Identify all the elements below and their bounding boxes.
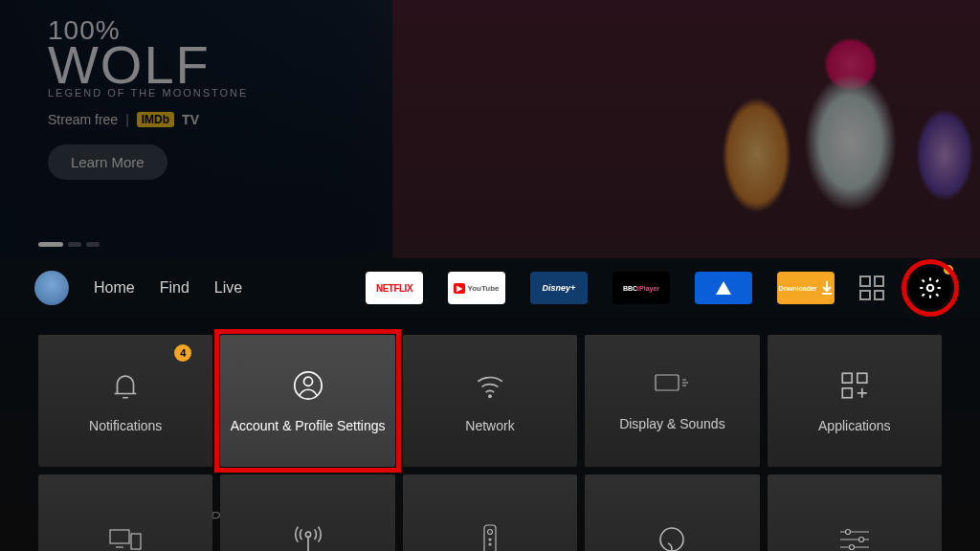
apps-icon — [838, 369, 871, 405]
nav-live[interactable]: Live — [214, 279, 242, 297]
app-disney[interactable]: Disney+ — [530, 272, 588, 304]
alexa-icon — [657, 524, 687, 552]
svg-rect-7 — [842, 387, 852, 397]
user-icon — [292, 369, 324, 405]
remote-icon — [480, 523, 500, 552]
tile-row2-5[interactable] — [768, 474, 942, 551]
tile-label: Network — [465, 418, 514, 433]
svg-rect-9 — [131, 534, 141, 549]
svg-point-16 — [845, 529, 850, 534]
svg-point-12 — [487, 529, 492, 534]
tile-label: Display & Sounds — [619, 416, 725, 431]
tile-row2-4[interactable] — [585, 474, 759, 551]
svg-rect-8 — [110, 530, 129, 543]
app-netflix[interactable]: NETFLIX — [366, 272, 423, 304]
profile-avatar[interactable] — [34, 271, 69, 305]
app-downloader[interactable]: Downloader — [777, 272, 835, 304]
gear-icon — [918, 276, 943, 300]
svg-point-13 — [489, 539, 491, 540]
app-paramount[interactable] — [695, 272, 752, 304]
learn-more-button[interactable]: Learn More — [48, 144, 167, 180]
app-bbc-iplayer[interactable]: BBCiPlayer — [612, 272, 670, 304]
notifications-count-badge: 4 — [174, 344, 191, 362]
svg-point-2 — [303, 377, 312, 386]
app-youtube[interactable]: ▶YouTube — [448, 272, 505, 304]
hero-stream-line: Stream free | IMDbTV — [48, 112, 248, 127]
apps-grid-icon[interactable] — [859, 276, 884, 300]
svg-point-3 — [489, 395, 491, 397]
tile-display-sounds[interactable]: Display & Sounds — [585, 335, 759, 467]
tile-label: Applications — [818, 418, 891, 433]
tile-row2-1[interactable] — [38, 474, 212, 551]
devices-icon — [108, 526, 143, 552]
svg-rect-5 — [842, 373, 852, 383]
svg-point-0 — [927, 285, 934, 292]
nav-find[interactable]: Find — [160, 279, 189, 297]
nav-home[interactable]: Home — [94, 279, 135, 297]
sliders-icon — [838, 526, 871, 552]
tile-applications[interactable]: Applications — [768, 335, 942, 467]
tile-label: Account & Profile Settings — [231, 418, 386, 433]
tile-label: Notifications — [89, 418, 162, 433]
svg-rect-6 — [858, 373, 867, 383]
hero-artwork — [392, 0, 980, 258]
svg-point-14 — [489, 543, 491, 545]
carousel-indicator[interactable] — [38, 242, 100, 247]
tile-row2-2[interactable] — [220, 474, 394, 551]
tile-row2-3[interactable] — [403, 474, 577, 551]
tile-account-profile[interactable]: Account & Profile Settings — [220, 335, 394, 467]
settings-notification-dot — [944, 265, 953, 275]
display-icon — [654, 371, 690, 403]
imdb-badge: IMDb — [137, 112, 174, 127]
top-nav: Home Find Live NETFLIX ▶YouTube Disney+ … — [0, 258, 980, 318]
wifi-icon — [474, 369, 506, 405]
hero-title-logo: 100% WOLF LEGEND OF THE MOONSTONE — [48, 19, 248, 99]
settings-gear-button[interactable] — [909, 267, 951, 309]
tile-notifications[interactable]: 4 Notifications — [38, 335, 212, 467]
antenna-icon — [293, 524, 323, 552]
settings-grid: 4 Notifications Account & Profile Settin… — [0, 318, 980, 551]
svg-point-18 — [849, 544, 854, 549]
svg-point-17 — [858, 537, 863, 541]
svg-point-10 — [305, 532, 310, 537]
tile-network[interactable]: Network — [403, 335, 577, 467]
bell-icon — [109, 369, 142, 405]
hero-banner[interactable]: 100% WOLF LEGEND OF THE MOONSTONE Stream… — [0, 0, 980, 258]
svg-rect-4 — [656, 375, 679, 390]
